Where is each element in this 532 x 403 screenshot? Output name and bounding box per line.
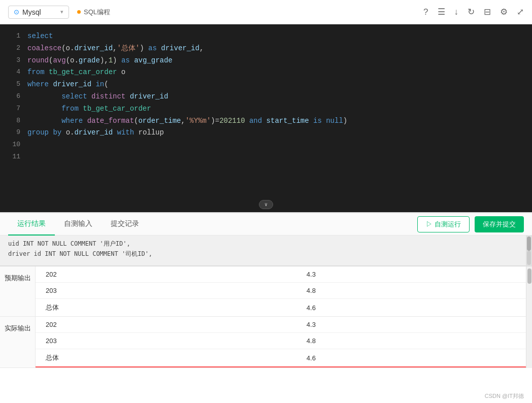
expected-output-table: 202 4.3 203 4.8 总体 4.6 xyxy=(36,266,526,316)
output-line-1: uid INT NOT NULL COMMENT '用户ID', xyxy=(0,239,519,249)
scrollbar-thumb[interactable] xyxy=(527,268,531,284)
code-line-5: 5 where driver_id in( xyxy=(0,79,532,91)
code-line-11: 11 xyxy=(0,151,532,163)
expected-row3-col2: 4.6 xyxy=(296,299,526,317)
output-line-2: driver id INT NOT NULL COMMENT '司机ID', xyxy=(0,249,519,259)
scrollbar-thumb-down[interactable] xyxy=(527,251,531,265)
table-row: 202 4.3 xyxy=(36,317,526,333)
expected-row1-col1: 202 xyxy=(36,266,296,283)
main-content: 1 select 2 coalesce(o.driver_id,'总体') as… xyxy=(0,24,532,403)
actual-output-section: 实际输出 202 4.3 203 4.8 xyxy=(0,317,526,368)
watermark: CSDN @IT邦德 xyxy=(485,392,524,400)
table-row: 203 4.8 xyxy=(36,283,526,299)
help-icon[interactable]: ? xyxy=(423,7,428,17)
chevron-down-icon: ▾ xyxy=(60,9,63,15)
actual-row3-col2: 4.6 xyxy=(296,349,526,367)
table-row: 总体 4.6 xyxy=(36,349,526,367)
code-line-2: 2 coalesce(o.driver_id,'总体') as driver_i… xyxy=(0,43,532,55)
tab-self-test-input[interactable]: 自测输入 xyxy=(55,213,102,236)
self-test-run-button[interactable]: ▷ 自测运行 xyxy=(417,216,470,232)
layout-icon[interactable]: ⊟ xyxy=(484,7,491,17)
expected-row2-col1: 203 xyxy=(36,283,296,299)
actual-output-table: 202 4.3 203 4.8 总体 4.6 xyxy=(36,317,526,367)
refresh-icon[interactable]: ↻ xyxy=(468,7,475,17)
download-icon[interactable]: ↓ xyxy=(454,7,459,17)
code-line-9: 9 group by o.driver_id with rollup xyxy=(0,127,532,139)
results-tabs: 运行结果 自测输入 提交记录 ▷ 自测运行 保存并提交 xyxy=(0,213,532,236)
tab-run-results[interactable]: 运行结果 xyxy=(8,213,55,236)
actual-row1-col2: 4.3 xyxy=(296,317,526,333)
output-scroll-area[interactable]: uid INT NOT NULL COMMENT '用户ID', driver … xyxy=(0,236,526,266)
output-sections-container: 预期输出 202 4.3 203 4.8 xyxy=(0,266,526,368)
actual-output-table-area: 202 4.3 203 4.8 总体 4.6 xyxy=(36,317,526,367)
db-name: Mysql xyxy=(22,8,41,16)
actual-output-label: 实际输出 xyxy=(0,317,36,367)
db-icon: ⊙ xyxy=(14,8,19,16)
table-row: 总体 4.6 xyxy=(36,299,526,317)
code-line-7: 7 from tb_get_car_order xyxy=(0,103,532,115)
collapse-button[interactable]: ∨ xyxy=(259,200,273,209)
list-icon[interactable]: ☰ xyxy=(438,7,445,17)
expected-row2-col2: 4.8 xyxy=(296,283,526,299)
actual-row2-col1: 203 xyxy=(36,333,296,349)
db-selector[interactable]: ⊙ Mysql ▾ xyxy=(8,6,69,19)
expected-row1-col2: 4.3 xyxy=(296,266,526,283)
code-line-6: 6 select distinct driver_id xyxy=(0,91,532,103)
actual-row3-col1: 总体 xyxy=(36,349,296,367)
chevron-down-icon: ∨ xyxy=(264,200,268,209)
save-submit-button[interactable]: 保存并提交 xyxy=(475,216,524,232)
code-line-1: 1 select xyxy=(0,30,532,43)
code-line-3: 3 round(avg(o.grade),1) as avg_grade xyxy=(0,55,532,67)
code-line-4: 4 from tb_get_car_order o xyxy=(0,66,532,79)
results-panel: 运行结果 自测输入 提交记录 ▷ 自测运行 保存并提交 xyxy=(0,212,532,403)
toolbar: ⊙ Mysql ▾ SQL编程 ? ☰ ↓ ↻ ⊟ ⚙ ⤢ xyxy=(0,0,532,24)
results-tabs-right: ▷ 自测运行 保存并提交 xyxy=(417,216,524,232)
scrollbar-thumb-up[interactable] xyxy=(527,237,531,251)
tab-dot xyxy=(77,10,81,14)
data-sections: 预期输出 202 4.3 203 4.8 xyxy=(0,266,532,368)
table-row: 202 4.3 xyxy=(36,266,526,283)
tab-submit-history[interactable]: 提交记录 xyxy=(102,213,148,236)
toolbar-left: ⊙ Mysql ▾ SQL编程 xyxy=(8,6,110,19)
tab-label: SQL编程 xyxy=(84,8,110,17)
expected-output-section: 预期输出 202 4.3 203 4.8 xyxy=(0,266,526,317)
expected-row3-col1: 总体 xyxy=(36,299,296,317)
right-scrollbar[interactable] xyxy=(526,266,532,368)
code-editor[interactable]: 1 select 2 coalesce(o.driver_id,'总体') as… xyxy=(0,24,532,212)
code-line-10: 10 xyxy=(0,139,532,151)
fullscreen-icon[interactable]: ⤢ xyxy=(517,7,524,17)
results-tabs-left: 运行结果 自测输入 提交记录 xyxy=(8,213,148,235)
toolbar-right: ? ☰ ↓ ↻ ⊟ ⚙ ⤢ xyxy=(423,7,524,17)
code-line-8: 8 where date_format(order_time,'%Y%m')=2… xyxy=(0,115,532,127)
actual-row2-col2: 4.8 xyxy=(296,333,526,349)
expected-output-table-area: 202 4.3 203 4.8 总体 4.6 xyxy=(36,266,526,316)
actual-row1-col1: 202 xyxy=(36,317,296,333)
sql-tab[interactable]: SQL编程 xyxy=(77,6,110,19)
settings-icon[interactable]: ⚙ xyxy=(500,7,508,17)
expected-output-label: 预期输出 xyxy=(0,266,36,316)
table-row: 203 4.8 xyxy=(36,333,526,349)
